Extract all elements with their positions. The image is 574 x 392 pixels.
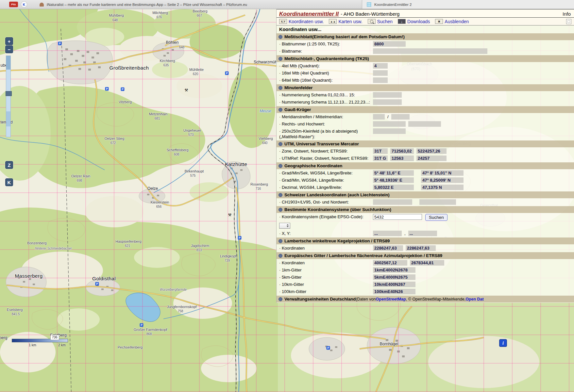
utm-nordwert-field[interactable]: 5224257,26: [416, 148, 447, 154]
tab-pilzforum[interactable]: iNaturalist – mehr als nur Funde kartier…: [40, 0, 362, 9]
nav-koordinaten[interactable]: X,Y Koordinaten usw.: [279, 19, 324, 24]
pilz-favicon[interactable]: Pilz: [9, 2, 18, 7]
epsg-suchen-button[interactable]: Suchen: [425, 214, 447, 221]
panel-subtitle: - AHO Baden-Württemberg: [341, 11, 399, 17]
q16-field[interactable]: [373, 70, 388, 76]
section-schweiz: Schweizer Landeskoordinaten (auch Liecht…: [277, 191, 574, 198]
koordinaten-panel: Koordinatenermittler II - AHO Baden-Würt…: [276, 9, 574, 303]
bullet-icon: [279, 297, 282, 301]
europ-x-field[interactable]: 4002567,12: [373, 260, 407, 266]
utm-ostwert-field[interactable]: 712563,02: [390, 148, 414, 154]
open-data-link[interactable]: Open Dat: [465, 297, 484, 302]
ch-ost-field[interactable]: [373, 199, 412, 205]
ch-nord-field[interactable]: [419, 199, 456, 205]
info-link[interactable]: Info: [563, 11, 571, 17]
gm-laenge-field[interactable]: 5° 48,19336' E: [373, 177, 414, 183]
tab-koordinatenermittler[interactable]: KoordinatenErmittler 2: [362, 0, 574, 9]
hochwert-field[interactable]: [408, 121, 441, 127]
q64-field[interactable]: [373, 77, 388, 83]
epsg-select-row: [277, 221, 574, 230]
schema1-field[interactable]: [373, 92, 402, 98]
section-utm: UTM, Universal Transverse Mercator: [277, 140, 574, 147]
utm-zone-row: · Zone, Ostwert, Nordwert; ETRS89: 31T 7…: [277, 148, 574, 155]
gitter-100km-field[interactable]: 100kmE40N26: [373, 289, 415, 294]
lambert-k-x-field[interactable]: 2286247,63: [373, 245, 403, 251]
download-icon: ↓: [398, 19, 406, 24]
zoom-out-button[interactable]: −: [5, 45, 13, 53]
mountains-icon: ▲▲: [329, 19, 337, 24]
europ-y-field[interactable]: 2678344,81: [410, 260, 444, 266]
epsg-y-field[interactable]: ...: [408, 231, 437, 236]
section-messtischblatt: Meßtischblatt (Einteilung basiert auf de…: [277, 33, 574, 40]
koordinaten-favicon[interactable]: K: [21, 1, 27, 8]
kleinfeld-field[interactable]: [373, 128, 406, 134]
panel-title[interactable]: Koordinatenermittler II: [279, 11, 339, 17]
utm-zone-field[interactable]: 31T: [373, 148, 388, 154]
gitter-1km-row: · 1km-Gitter 1kmE4002N2678: [277, 267, 574, 274]
zoom-slider-track: [6, 56, 10, 70]
rechts-hochwert-row: · Rechts- und Hochwert:: [277, 121, 574, 128]
gitter-5km-field[interactable]: 5kmE4000N2675: [373, 274, 415, 280]
nav-karten[interactable]: ▲▲ Karten usw.: [329, 19, 362, 24]
zoom-in-button[interactable]: +: [5, 37, 13, 45]
schema2-field[interactable]: [373, 99, 402, 105]
epsg-xy-row: · X, Y: ... , ...: [277, 230, 574, 237]
q4-field[interactable]: 4: [373, 63, 388, 69]
tab-title: KoordinatenErmittler 2: [374, 3, 412, 7]
tab-title: iNaturalist – mehr als nur Funde kartier…: [47, 3, 247, 7]
blattname-row: · Blattname:: [277, 48, 574, 55]
dezimal-laenge-field[interactable]: 5,80322 E: [373, 185, 414, 190]
blattname-field[interactable]: [373, 48, 487, 54]
ch1903-row: · CH1903+/LV95, Ost- und Nordwert:: [277, 199, 574, 206]
mittelmeridian-field[interactable]: [391, 114, 410, 120]
epsg-select[interactable]: [279, 223, 290, 229]
gitter-1km-field[interactable]: 1kmE4002N2678: [373, 267, 415, 273]
utmref-row: · UTMRef: Raster, Ostwert, Nordwert; ETR…: [277, 155, 574, 162]
utmref-ostwert-field[interactable]: 12563: [390, 155, 414, 161]
blattname-label: · Blattname:: [279, 48, 373, 54]
section-minutenfelder: Minutenfelder: [277, 84, 574, 91]
nav-ausblenden[interactable]: ✖ Ausblenden: [435, 19, 469, 24]
gm-row: · Grad/Min, WGS84, Länge/Breite: 5° 48,1…: [277, 177, 574, 184]
scale-label-2km: 2 km: [58, 343, 66, 347]
gitter-10km-field[interactable]: 10kmE400N267: [373, 282, 415, 287]
zoom-slider-handle[interactable]: [6, 91, 12, 96]
lambert-k-row: · Koordinaten 2286247,63 2286247,63: [277, 245, 574, 252]
epsg-x-field[interactable]: ...: [373, 231, 402, 236]
section-europ-gitter: Europäisches Gitter / Lambertsche fläche…: [277, 252, 574, 259]
grid-favicon-icon: [367, 2, 371, 7]
z-layer-button[interactable]: Z: [5, 161, 13, 169]
map-scale: 736 1 km 2 km: [12, 336, 77, 348]
q64-row: · 64tel Mtb (16tel Quadrant):: [277, 77, 574, 84]
gm-breite-field[interactable]: 47° 8,25009' N: [421, 177, 464, 183]
rechtswert-field[interactable]: [373, 121, 406, 127]
k-layer-button[interactable]: K: [5, 178, 13, 186]
lambert-k-y-field[interactable]: 2286247,63: [406, 245, 436, 251]
epsg-code-input[interactable]: [373, 214, 422, 220]
section-quadrant: Meßtischblatt-, Quadrantenteilung (TK25): [277, 55, 574, 62]
bullet-icon: [279, 208, 282, 212]
zoom-slider[interactable]: [6, 56, 11, 137]
gms-laenge-field[interactable]: 5° 48' 11,6'' E: [373, 170, 414, 176]
meridianstreifen-field[interactable]: [373, 114, 385, 120]
chevron-down-icon: [287, 226, 289, 227]
openstreetmap-link[interactable]: OpenStreetMap: [376, 297, 406, 302]
nav-downloads[interactable]: ↓ Downloads: [398, 19, 430, 24]
scale-label-1km: 1 km: [29, 343, 36, 347]
info-button[interactable]: i: [499, 339, 507, 347]
bullet-icon: [279, 193, 282, 197]
q16-row: · 16tel Mtb (4tel Quadrant): [277, 70, 574, 77]
blattnummer-field[interactable]: 8800: [373, 41, 406, 47]
section-lambert-kegel: Lambertsche winkeltreue Kegelprojektion …: [277, 237, 574, 244]
close-icon: ✖: [435, 19, 443, 24]
fullscreen-icon[interactable]: [566, 19, 571, 24]
nav-suchen[interactable]: Suchen: [368, 19, 393, 24]
blattnummer-label: · Blattnummer (1:25 000, TK25):: [279, 41, 373, 47]
gms-breite-field[interactable]: 47° 8' 15,01'' N: [421, 170, 464, 176]
blattnummer-row: · Blattnummer (1:25 000, TK25): 8800: [277, 41, 574, 48]
gitter-100km-row: · 100km-Gitter 100kmE40N26: [277, 288, 574, 295]
utmref-nordwert-field[interactable]: 24257: [416, 155, 447, 161]
utmref-raster-field[interactable]: 31T G: [373, 155, 388, 161]
dezimal-breite-field[interactable]: 47,1375 N: [421, 185, 464, 190]
schema1-row: · Nummerierung Schema 01,02,03... 15:: [277, 91, 574, 99]
